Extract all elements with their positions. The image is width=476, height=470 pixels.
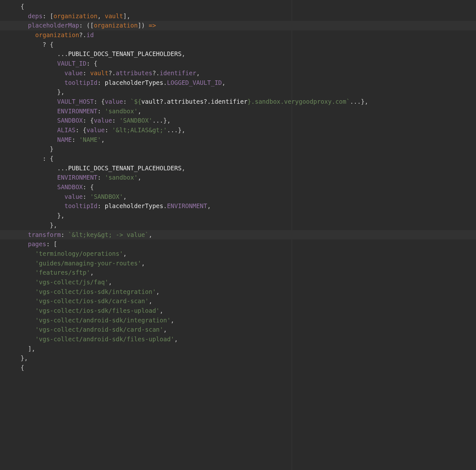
string-literal: 'vgs-collect/android-sdk/card-scan' <box>35 326 163 333</box>
identifier: placeholderTypes <box>105 79 163 86</box>
prop-key: ALIAS <box>57 126 75 134</box>
prop-key: SANDBOX <box>57 117 83 124</box>
code-line[interactable]: ? { <box>0 40 476 50</box>
code-line[interactable]: tooltipId: placeholderTypes.LOGGED_VAULT… <box>0 78 476 88</box>
prop-key: transform <box>28 231 61 238</box>
prop-key: value <box>65 69 83 77</box>
template-literal: }.sandbox.verygoodproxy.com` <box>248 98 350 105</box>
prop-key: LOGGED_VAULT_ID <box>167 79 222 86</box>
string-literal: 'sandbox' <box>105 108 138 115</box>
code-line[interactable]: value: 'SANDBOX', <box>0 192 476 202</box>
code-line[interactable]: ENVIRONMENT: 'sandbox', <box>0 173 476 182</box>
prop-key: tooltipId <box>65 202 98 209</box>
code-line[interactable]: organization?.id <box>0 30 476 40</box>
identifier: PUBLIC_DOCS_TENANT_PLACEHOLDERS <box>68 165 182 172</box>
prop-key: ENVIRONMENT <box>57 174 98 181</box>
prop-key: placeholderMap <box>28 22 79 29</box>
identifier: PUBLIC_DOCS_TENANT_PLACEHOLDERS <box>68 50 182 57</box>
string-literal: 'SANDBOX' <box>119 117 152 124</box>
prop-key: tooltipId <box>65 79 98 86</box>
code-editor[interactable]: { deps: [organization, vault], placehold… <box>0 0 476 470</box>
string-literal: 'vgs-collect/android-sdk/files-upload' <box>35 336 174 343</box>
code-line[interactable]: }, <box>0 353 476 363</box>
code-line[interactable]: : { <box>0 154 476 164</box>
prop-key: identifier <box>160 69 196 77</box>
code-line[interactable]: ...PUBLIC_DOCS_TENANT_PLACEHOLDERS, <box>0 164 476 173</box>
code-line[interactable]: ENVIRONMENT: 'sandbox', <box>0 107 476 116</box>
identifier: placeholderTypes <box>105 202 163 209</box>
prop-key: SANDBOX <box>57 183 83 190</box>
prop-key: id <box>86 31 94 38</box>
code-line[interactable]: VAULT_HOST: {value: `${vault?.attributes… <box>0 97 476 107</box>
code-line[interactable]: SANDBOX: {value: 'SANDBOX'...}, <box>0 116 476 126</box>
prop-key: pages <box>28 240 46 247</box>
code-line[interactable]: 'vgs-collect/android-sdk/files-upload', <box>0 335 476 344</box>
code-line[interactable]: 'vgs-collect/ios-sdk/card-scan', <box>0 296 476 306</box>
template-literal: `&lt;key&gt; -> value` <box>68 231 149 238</box>
code-line[interactable]: }, <box>0 221 476 230</box>
identifier: vault?.attributes?.identifier <box>141 98 248 105</box>
code-line[interactable]: placeholderMap: ([organization]) => <box>0 21 476 30</box>
prop-key: value <box>65 193 83 200</box>
prop-key: value <box>86 126 105 134</box>
code-line[interactable]: SANDBOX: { <box>0 182 476 192</box>
code-content[interactable]: { deps: [organization, vault], placehold… <box>0 2 476 373</box>
code-line[interactable]: 'vgs-collect/android-sdk/integration', <box>0 316 476 325</box>
string-literal: 'sandbox' <box>105 174 138 181</box>
prop-key: value <box>94 117 112 124</box>
identifier: organization <box>35 31 79 38</box>
prop-key: VAULT_ID <box>57 60 87 67</box>
code-line[interactable]: { <box>0 2 476 12</box>
prop-key: value <box>105 98 123 105</box>
string-literal: '&lt;ALIAS&gt;' <box>112 126 167 134</box>
code-line[interactable]: 'terminology/operations', <box>0 249 476 259</box>
string-literal: 'features/sftp' <box>35 269 90 276</box>
code-line[interactable]: 'vgs-collect/js/faq', <box>0 278 476 287</box>
prop-key: attributes <box>116 69 152 77</box>
code-line[interactable]: 'features/sftp', <box>0 268 476 278</box>
identifier: vault <box>90 69 108 77</box>
code-line[interactable]: 'vgs-collect/ios-sdk/files-upload', <box>0 306 476 316</box>
code-line[interactable]: }, <box>0 211 476 221</box>
identifier: organization <box>94 22 138 29</box>
string-literal: 'vgs-collect/js/faq' <box>35 279 108 286</box>
identifier: vault <box>105 12 123 20</box>
code-line[interactable]: value: vault?.attributes?.identifier, <box>0 69 476 78</box>
code-line[interactable]: ...PUBLIC_DOCS_TENANT_PLACEHOLDERS, <box>0 49 476 59</box>
code-line[interactable]: 'vgs-collect/ios-sdk/integration', <box>0 287 476 297</box>
string-literal: 'terminology/operations' <box>35 250 123 257</box>
code-line[interactable]: VAULT_ID: { <box>0 59 476 69</box>
code-line[interactable]: tooltipId: placeholderTypes.ENVIRONMENT, <box>0 201 476 211</box>
template-literal: `${ <box>131 98 141 105</box>
identifier: organization <box>53 12 97 20</box>
code-line[interactable]: 'guides/managing-your-routes', <box>0 259 476 268</box>
code-line[interactable]: NAME: 'NAME', <box>0 135 476 145</box>
code-line[interactable]: ALIAS: {value: '&lt;ALIAS&gt;'...}, <box>0 126 476 135</box>
string-literal: 'vgs-collect/ios-sdk/card-scan' <box>35 297 149 304</box>
string-literal: 'vgs-collect/ios-sdk/integration' <box>35 288 156 295</box>
prop-key: NAME <box>57 136 72 143</box>
string-literal: 'vgs-collect/android-sdk/integration' <box>35 317 171 324</box>
string-literal: 'SANDBOX' <box>90 193 123 200</box>
code-line[interactable]: ], <box>0 344 476 354</box>
code-line[interactable]: pages: [ <box>0 239 476 249</box>
prop-key: ENVIRONMENT <box>167 202 207 209</box>
prop-key: ENVIRONMENT <box>57 108 98 115</box>
code-line[interactable]: deps: [organization, vault], <box>0 12 476 21</box>
code-line[interactable]: }, <box>0 87 476 97</box>
code-line[interactable]: transform: `&lt;key&gt; -> value`, <box>0 230 476 240</box>
code-line[interactable]: } <box>0 144 476 154</box>
string-literal: 'guides/managing-your-routes' <box>35 260 141 267</box>
code-line[interactable]: 'vgs-collect/android-sdk/card-scan', <box>0 325 476 335</box>
prop-key: VAULT_HOST <box>57 98 94 105</box>
prop-key: deps <box>28 12 43 20</box>
string-literal: 'vgs-collect/ios-sdk/files-upload' <box>35 307 160 314</box>
code-line[interactable]: { <box>0 363 476 373</box>
string-literal: 'NAME' <box>79 136 101 143</box>
